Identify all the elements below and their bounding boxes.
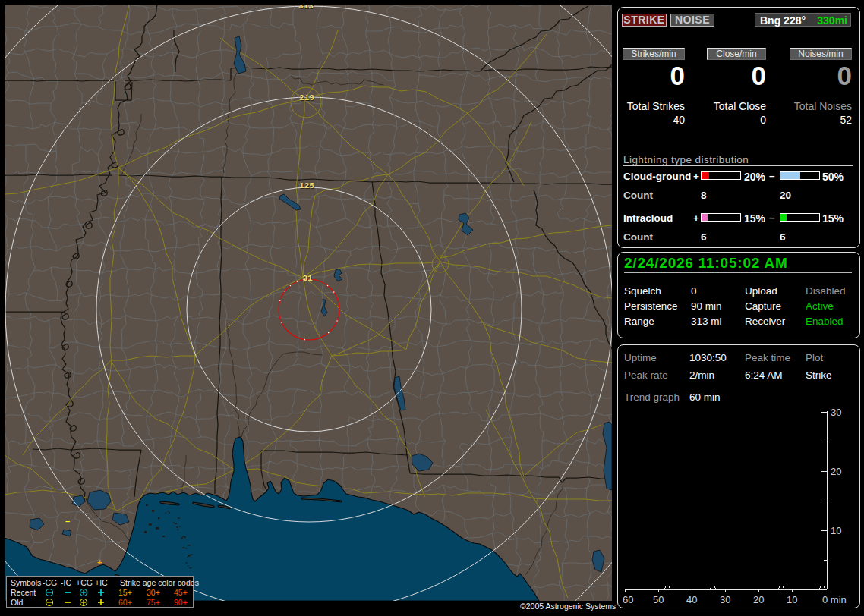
- svg-text:50: 50: [653, 594, 664, 605]
- svg-text:40: 40: [686, 594, 697, 605]
- svg-text:10: 10: [787, 594, 797, 605]
- svg-text:0 min: 0 min: [822, 594, 847, 605]
- svg-text:313: 313: [298, 5, 314, 11]
- svg-text:31: 31: [302, 274, 313, 283]
- svg-text:30: 30: [720, 594, 730, 605]
- svg-text:125: 125: [299, 181, 314, 190]
- svg-text:–: –: [65, 517, 70, 526]
- svg-text:219: 219: [299, 93, 314, 102]
- svg-text:10: 10: [831, 525, 841, 536]
- svg-text:60: 60: [623, 594, 633, 605]
- svg-text:+: +: [97, 558, 102, 567]
- svg-text:20: 20: [831, 466, 841, 477]
- svg-text:30: 30: [831, 407, 841, 418]
- svg-text:20: 20: [753, 594, 764, 605]
